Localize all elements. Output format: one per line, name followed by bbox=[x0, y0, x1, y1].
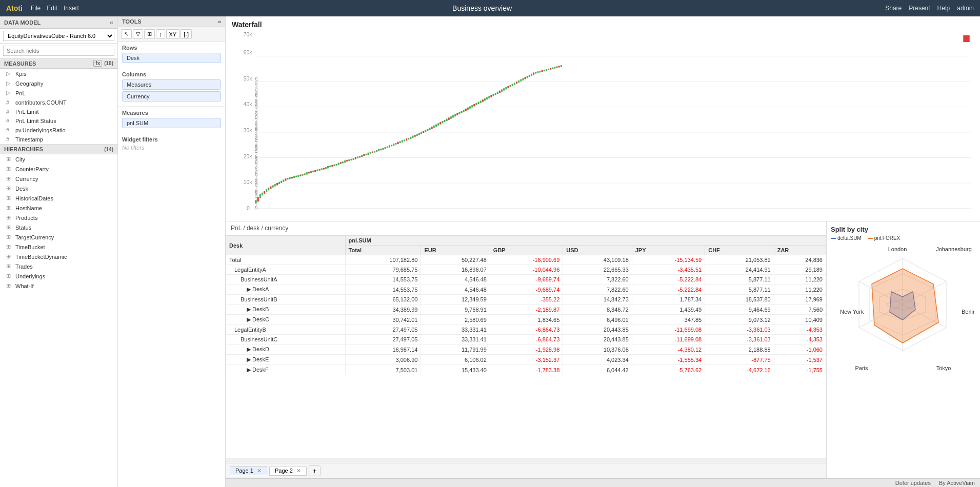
columns-measures-item[interactable]: Measures bbox=[122, 79, 221, 90]
tree-item-contributors[interactable]: #contributors.COUNT bbox=[0, 98, 117, 107]
svg-rect-136 bbox=[512, 84, 513, 86]
svg-rect-151 bbox=[544, 70, 545, 71]
table-wrapper[interactable]: Desk pnl.SUM Total EUR GBP USD JPY CHF Z… bbox=[226, 235, 826, 458]
svg-rect-123 bbox=[484, 98, 486, 100]
hash-icon: # bbox=[6, 109, 13, 115]
svg-rect-89 bbox=[412, 136, 413, 138]
cell-chf: 2,188.88 bbox=[705, 344, 774, 355]
city-paris: Paris bbox=[855, 365, 868, 371]
cell-zar: 7,560 bbox=[774, 305, 826, 315]
cell-desk: BusinessUnitB bbox=[226, 295, 346, 305]
cell-desk: LegalEntityA bbox=[226, 265, 346, 275]
tree-item-pnl[interactable]: ▷PnL bbox=[0, 88, 117, 98]
tree-item-kpis[interactable]: ▷Kpis bbox=[0, 69, 117, 78]
tree-item-desk[interactable]: ⊞Desk bbox=[0, 184, 117, 193]
tool-btn-sort[interactable]: ↕ bbox=[156, 29, 165, 39]
tree-item-targetcurrency[interactable]: ⊞TargetCurrency bbox=[0, 232, 117, 242]
tree-item-pnllimit[interactable]: #PnL Limit bbox=[0, 107, 117, 116]
measures-pnlsum-item[interactable]: pnl.SUM bbox=[122, 118, 221, 128]
tree-item-city[interactable]: ⊞City bbox=[0, 154, 117, 164]
rows-desk-item[interactable]: Desk bbox=[122, 53, 221, 63]
th-desk: Desk bbox=[226, 236, 346, 255]
cell-desk: LegalEntityB bbox=[226, 325, 346, 335]
measures-section: Measures pnl.SUM bbox=[118, 107, 225, 133]
tools-panel: TOOLS « ↖ ▽ ⊞ ↕ XY [-] Rows Desk Columns… bbox=[118, 16, 226, 487]
svg-rect-46 bbox=[321, 168, 323, 170]
cell-chf: 5,877.11 bbox=[705, 285, 774, 295]
cube-selector: EquityDerivativesCube - Ranch 6.0 bbox=[0, 29, 117, 44]
tree-item-geography[interactable]: ▷Geography bbox=[0, 78, 117, 88]
close-page2[interactable]: ✕ bbox=[296, 468, 301, 474]
tree-item-currency[interactable]: ⊞Currency bbox=[0, 174, 117, 184]
svg-rect-95 bbox=[425, 130, 426, 132]
tools-collapse-icon[interactable]: « bbox=[218, 18, 221, 25]
menu-insert[interactable]: Insert bbox=[64, 5, 79, 12]
tool-btn-filter[interactable]: ▽ bbox=[133, 29, 143, 39]
help-btn[interactable]: Help bbox=[937, 5, 950, 12]
tree-item-pvunderlying[interactable]: #pv.UnderlyingsRatio bbox=[0, 126, 117, 135]
tree-item-counterparty[interactable]: ⊞CounterParty bbox=[0, 164, 117, 174]
widget-filters-section: Widget filters No filters bbox=[118, 133, 225, 154]
x-axis-labels: 15-11-2023 22-01-2024 20-03-2024 17-05-2… bbox=[254, 77, 258, 210]
tree-label: pv.UnderlyingsRatio bbox=[15, 127, 66, 133]
tree-item-underlyings[interactable]: ⊞Underlyings bbox=[0, 271, 117, 281]
admin-btn[interactable]: admin bbox=[957, 5, 974, 12]
tool-btn-grid[interactable]: ⊞ bbox=[144, 29, 155, 39]
tree-item-trades[interactable]: ⊞Trades bbox=[0, 261, 117, 271]
tool-btn-xy[interactable]: XY bbox=[166, 29, 180, 39]
svg-rect-112 bbox=[461, 111, 463, 113]
tree-item-timestamp[interactable]: #Timestamp bbox=[0, 135, 117, 144]
table-row: ▶ DeskE 3,006.90 6,106.02 -3,152.37 4,02… bbox=[226, 355, 826, 365]
tool-btn-bracket[interactable]: [-] bbox=[181, 29, 192, 39]
svg-rect-20 bbox=[266, 189, 267, 192]
cell-jpy: -1,555.34 bbox=[632, 355, 705, 365]
svg-rect-28 bbox=[283, 179, 284, 181]
legend-pnl-label: pnl.FOREX bbox=[874, 235, 901, 241]
tree-item-timebucketdynamic[interactable]: ⊞TimeBucketDynamic bbox=[0, 252, 117, 261]
cube-select[interactable]: EquityDerivativesCube - Ranch 6.0 bbox=[3, 31, 114, 41]
share-btn[interactable]: Share bbox=[885, 5, 902, 12]
search-input[interactable] bbox=[3, 46, 114, 56]
tree-item-pnllimitstatus[interactable]: #PnL Limit Status bbox=[0, 116, 117, 126]
table-scrollbar-h[interactable] bbox=[226, 458, 826, 463]
tool-btn-arrow[interactable]: ↖ bbox=[121, 29, 132, 39]
status-bar: Defer updates By ActiveViam bbox=[226, 478, 980, 487]
hierarchy-icon: ⊞ bbox=[6, 205, 13, 211]
cell-gbp: -2,189.87 bbox=[490, 305, 563, 315]
svg-rect-125 bbox=[488, 96, 490, 98]
svg-rect-77 bbox=[387, 147, 388, 148]
defer-updates-btn[interactable]: Defer updates bbox=[895, 480, 931, 486]
page2-tab[interactable]: Page 2 ✕ bbox=[269, 466, 307, 476]
svg-rect-32 bbox=[291, 177, 293, 178]
tree-item-hostname[interactable]: ⊞HostName bbox=[0, 203, 117, 213]
chart-title: Waterfall bbox=[232, 21, 974, 29]
svg-rect-79 bbox=[391, 145, 392, 146]
cell-jpy: 1,439.49 bbox=[632, 305, 705, 315]
tree-item-timebucket[interactable]: ⊞TimeBucket bbox=[0, 242, 117, 252]
menu-file[interactable]: File bbox=[31, 5, 41, 12]
present-btn[interactable]: Present bbox=[909, 5, 930, 12]
page-title: Business overview bbox=[452, 4, 512, 12]
svg-rect-104 bbox=[444, 120, 445, 122]
columns-currency-item[interactable]: Currency bbox=[122, 91, 221, 102]
fx-btn[interactable]: fx bbox=[93, 60, 102, 67]
page1-tab[interactable]: Page 1 ✕ bbox=[230, 466, 267, 476]
cell-gbp: -355.22 bbox=[490, 295, 563, 305]
th-eur: EUR bbox=[421, 246, 490, 255]
menu-edit[interactable]: Edit bbox=[47, 5, 57, 12]
svg-rect-60 bbox=[351, 159, 352, 160]
add-page-btn[interactable]: + bbox=[309, 465, 321, 476]
data-model-header: DATA MODEL « bbox=[0, 16, 117, 29]
tree-item-status[interactable]: ⊞Status bbox=[0, 222, 117, 232]
svg-rect-121 bbox=[480, 100, 482, 103]
svg-rect-70 bbox=[372, 151, 373, 153]
collapse-icon[interactable]: « bbox=[110, 18, 113, 26]
close-page1[interactable]: ✕ bbox=[257, 468, 262, 474]
cell-eur: 2,580.69 bbox=[421, 315, 490, 325]
table-row: BusinessUnitC 27,497.05 33,331.41 -6,864… bbox=[226, 335, 826, 344]
tree-item-historicaldates[interactable]: ⊞HistoricalDates bbox=[0, 193, 117, 203]
svg-rect-137 bbox=[514, 83, 515, 85]
tree-item-products[interactable]: ⊞Products bbox=[0, 213, 117, 222]
cell-usd: 14,842.73 bbox=[563, 295, 632, 305]
tree-item-whatif[interactable]: ⊞What-If bbox=[0, 281, 117, 291]
